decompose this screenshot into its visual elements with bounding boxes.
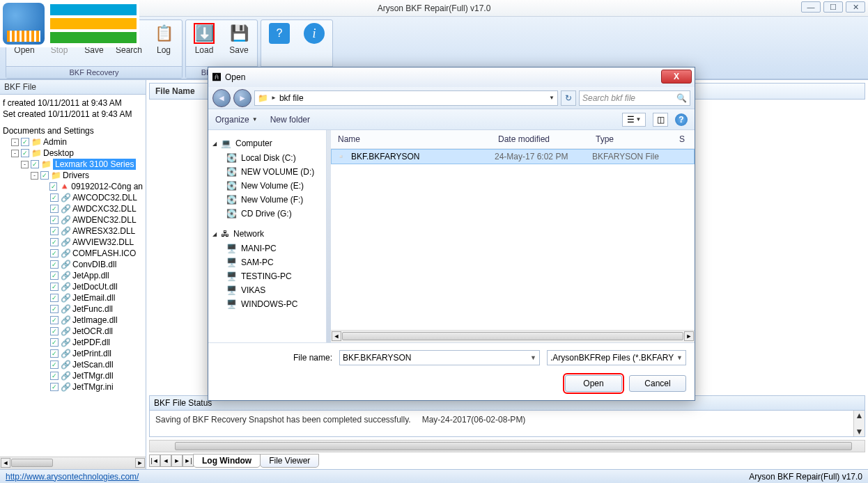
tree-node[interactable]: ✓🔗ConvDIB.dll [1,259,144,270]
tree-node[interactable]: ✓🔗JetDocUt.dll [1,281,144,292]
checkbox[interactable]: ✓ [40,171,49,180]
dialog-close-button[interactable]: X [661,70,692,84]
status-vscroll[interactable]: ▲▼ [853,411,865,436]
expand-icon[interactable]: - [11,138,19,146]
checkbox[interactable]: ✓ [21,138,29,146]
tree-node[interactable]: -✓📁Drivers [1,170,144,181]
collapse-icon[interactable]: ◢ [212,231,217,237]
about-tool[interactable]: i [300,23,328,66]
tab-nav-last[interactable]: ►| [183,454,194,467]
tree-node[interactable]: ✓🔗JetScan.dll [1,359,144,370]
checkbox[interactable]: ✓ [31,160,39,168]
tree-node[interactable]: ✓🔗JetOCR.dll [1,326,144,337]
nav-drive[interactable]: 💽CD Drive (G:) [212,207,322,221]
main-hscroll[interactable] [149,440,865,452]
tree-node[interactable]: ✓🔗JetPrint.dll [1,348,144,359]
nav-host[interactable]: 🖥️WINDOWS-PC [212,297,322,311]
checkbox[interactable]: ✓ [50,227,59,235]
scroll-thumb[interactable] [11,459,53,467]
list-hscroll[interactable]: ◄ ► [331,330,695,342]
new-folder-button[interactable]: New folder [270,115,310,125]
close-button[interactable]: ✕ [846,1,865,13]
checkbox[interactable]: ✓ [50,361,59,369]
view-mode-button[interactable]: ☰ ▼ [622,113,646,127]
scroll-right-icon[interactable]: ► [684,331,694,341]
tree-node[interactable]: ✓🔗AWVIEW32.DLL [1,237,144,248]
scroll-left-icon[interactable]: ◄ [332,331,341,341]
dialog-titlebar[interactable]: 🅰 Open X [208,68,695,87]
expand-icon[interactable]: - [31,172,38,180]
tab-nav-next[interactable]: ► [171,454,183,467]
chevron-down-icon[interactable]: ▼ [676,354,683,361]
checkbox[interactable]: ✓ [50,305,59,313]
expand-icon[interactable]: - [21,161,29,168]
organize-button[interactable]: Organize ▼ [215,115,258,125]
tab-nav-first[interactable]: |◄ [149,454,160,467]
checkbox[interactable]: ✓ [50,193,59,202]
nav-host[interactable]: 🖥️SAM-PC [212,255,322,269]
checkbox[interactable]: ✓ [49,182,57,191]
chevron-down-icon[interactable]: ▼ [549,95,555,101]
tree-node[interactable]: ✓🔗AWDCXC32.DLL [1,203,144,214]
checkbox[interactable]: ✓ [50,327,59,335]
tree-node[interactable]: -✓📁Admin [1,136,144,148]
search-icon[interactable]: 🔍 [676,93,687,103]
breadcrumb-segment[interactable]: bkf file [279,93,304,103]
search-input[interactable]: Search bkf file 🔍 [579,90,690,106]
checkbox[interactable]: ✓ [50,283,59,291]
log-tool[interactable]: 📋Log [150,23,178,66]
scroll-left-icon[interactable]: ◄ [1,458,10,468]
tree-node[interactable]: ✓🔗JetPDF.dll [1,337,144,348]
minimize-button[interactable]: — [801,1,821,13]
checkbox[interactable]: ✓ [50,349,59,358]
tree-node[interactable]: ✓🔗JetFunc.dll [1,303,144,315]
nav-drive[interactable]: 💽NEW VOLUME (D:) [212,165,322,179]
filename-input[interactable]: BKF.BKFARYSON▼ [339,350,540,365]
nav-drive[interactable]: 💽Local Disk (C:) [212,151,322,165]
checkbox[interactable]: ✓ [21,149,29,157]
bkf-tree[interactable]: f created 10/11/2011 at 9:43 AM Set crea… [0,95,146,457]
load-tool[interactable]: ⬇️Load [190,23,218,66]
tree-hscroll[interactable]: ◄► [0,457,146,469]
tab-log[interactable]: Log Window [193,454,261,468]
checkbox[interactable]: ✓ [50,372,59,380]
checkbox[interactable]: ✓ [50,260,59,269]
list-header[interactable]: Name Date modified Type S [331,130,695,149]
vendor-link[interactable]: http://www.arysontechnologies.com/ [6,472,139,482]
tab-viewer[interactable]: File Viewer [260,454,319,468]
dialog-nav-tree[interactable]: ◢💻Computer 💽Local Disk (C:)💽NEW VOLUME (… [208,130,327,342]
chevron-down-icon[interactable]: ▼ [530,354,536,361]
nav-back-button[interactable]: ◄ [212,89,231,107]
checkbox[interactable]: ✓ [50,271,59,280]
checkbox[interactable]: ✓ [50,338,59,347]
tree-node[interactable]: ✓🔗COMFLASH.ICO [1,248,144,259]
save-snapshot-tool[interactable]: 💾Save [225,23,253,66]
tree-node[interactable]: ✓🔗JetTMgr.ini [1,381,144,393]
expand-icon[interactable]: - [11,150,19,157]
nav-host[interactable]: 🖥️MANI-PC [212,242,322,255]
nav-host[interactable]: 🖥️TESTING-PC [212,269,322,283]
col-name[interactable]: Name [335,133,495,145]
collapse-icon[interactable]: ◢ [212,141,217,147]
col-date[interactable]: Date modified [495,133,593,145]
scroll-right-icon[interactable]: ► [135,458,145,468]
checkbox[interactable]: ✓ [50,238,59,246]
maximize-button[interactable]: ☐ [823,1,843,13]
tree-node[interactable]: ✓🔗JetTMgr.dll [1,370,144,381]
preview-pane-button[interactable]: ◫ [653,113,668,127]
scroll-thumb[interactable] [342,332,683,340]
breadcrumb[interactable]: 📁 ► bkf file ▼ [254,90,558,106]
col-size[interactable]: S [676,133,690,145]
checkbox[interactable]: ✓ [50,216,59,224]
tree-node[interactable]: -✓📁Desktop [1,148,144,159]
tree-node[interactable]: ✓🔗JetImage.dll [1,315,144,326]
col-type[interactable]: Type [593,133,676,145]
tab-nav-prev[interactable]: ◄ [160,454,171,467]
tree-node[interactable]: ✓🔗JetApp.dll [1,270,144,281]
nav-network[interactable]: Network [233,229,264,239]
cancel-button[interactable]: Cancel [629,375,686,392]
tree-node[interactable]: ✓🔗AWRESX32.DLL [1,225,144,237]
nav-drive[interactable]: 💽New Volume (E:) [212,179,322,193]
checkbox[interactable]: ✓ [50,383,59,391]
refresh-button[interactable]: ↻ [561,90,576,106]
